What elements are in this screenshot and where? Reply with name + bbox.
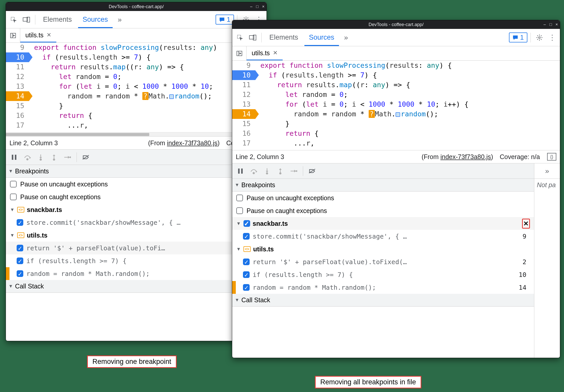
code-editor[interactable]: 91011121314?151617 export function slowP… (232, 61, 560, 150)
step-over-icon[interactable] (248, 165, 259, 177)
step-into-icon[interactable] (261, 165, 273, 177)
tab-elements[interactable]: Elements (38, 11, 77, 28)
callstack-section-header[interactable]: ▼ Call Stack (6, 280, 267, 293)
titlebar[interactable]: DevTools - coffee-cart.app/ – □ × (6, 2, 267, 11)
divider (530, 33, 531, 42)
bp-file-snackbar[interactable]: ▼ ✓ snackbar.ts ✕ (232, 217, 534, 230)
bp-item-utils-2[interactable]: ✓ if (results.length >= 7) { 10 (232, 268, 534, 281)
file-tab-utils[interactable]: utils.ts ✕ (20, 28, 56, 42)
close-tab-icon[interactable]: ✕ (47, 32, 51, 38)
pause-caught-row[interactable]: Pause on caught exceptions (232, 204, 534, 217)
pause-uncaught-checkbox[interactable] (10, 181, 17, 187)
more-tabs-icon[interactable]: » (534, 163, 560, 179)
minimize-icon[interactable]: – (544, 22, 546, 27)
code-editor[interactable]: 91011121314?151617 export function slowP… (6, 43, 267, 132)
bp-file-label: snackbar.ts (27, 206, 62, 214)
bp-item-utils-3[interactable]: ✓ random = random * Math.random(); 14 (6, 267, 267, 280)
breakpoints-section-header[interactable]: ▼ Breakpoints (6, 165, 267, 178)
titlebar[interactable]: DevTools - coffee-cart.app/ – □ × (232, 20, 560, 29)
pause-icon[interactable] (8, 152, 20, 163)
code-lines[interactable]: export function slowProcessing(results: … (255, 61, 469, 150)
sourcemap-info[interactable]: (From index-73f73a80.js) (422, 153, 493, 161)
minimize-icon[interactable]: – (250, 4, 252, 9)
tab-elements[interactable]: Elements (265, 29, 303, 46)
close-icon[interactable]: × (556, 22, 558, 27)
more-menu-icon[interactable]: ⋮ (547, 32, 558, 43)
window-controls: – □ × (250, 4, 264, 9)
device-toggle-icon[interactable] (247, 32, 258, 43)
bp-line: 10 (519, 271, 530, 278)
debug-toolbar (6, 150, 267, 165)
callstack-section-header[interactable]: ▼ Call Stack (232, 294, 534, 307)
inspect-icon[interactable] (234, 32, 246, 43)
device-toggle-icon[interactable] (21, 14, 32, 25)
bp-checkbox[interactable]: ✓ (243, 259, 250, 265)
bp-item-utils-1[interactable]: ✓ return '$' + parseFloat(value).toFi… ✕… (6, 242, 267, 254)
pause-uncaught-row[interactable]: Pause on uncaught exceptions (6, 178, 267, 191)
pause-uncaught-row[interactable]: Pause on uncaught exceptions (232, 192, 534, 204)
step-out-icon[interactable] (275, 165, 286, 177)
pause-uncaught-checkbox[interactable] (236, 195, 243, 201)
more-tabs-icon[interactable]: » (114, 14, 125, 25)
pause-icon[interactable] (235, 165, 246, 177)
maximize-icon[interactable]: □ (256, 4, 259, 9)
tab-sources[interactable]: Sources (304, 29, 339, 46)
step-icon[interactable] (288, 165, 299, 177)
line-gutter[interactable]: 91011121314?151617 (232, 61, 255, 150)
show-navigator-icon[interactable] (6, 28, 20, 43)
step-over-icon[interactable] (22, 152, 33, 163)
settings-icon[interactable] (534, 32, 545, 43)
deactivate-breakpoints-icon[interactable] (80, 152, 92, 163)
inspect-icon[interactable] (8, 14, 19, 25)
pause-caught-checkbox[interactable] (10, 194, 17, 200)
sourcemap-info[interactable]: (From index-73f73a80.js) (148, 139, 220, 147)
file-tab-utils[interactable]: utils.ts ✕ (247, 46, 283, 60)
close-icon[interactable]: × (262, 4, 264, 9)
bp-line: 2 (523, 258, 530, 266)
issues-badge[interactable]: 1 (216, 15, 234, 25)
step-out-icon[interactable] (48, 152, 60, 163)
pretty-print-icon[interactable]: {} (547, 153, 556, 161)
code-lines[interactable]: export function slowProcessing(results: … (29, 43, 217, 132)
bp-item-utils-1[interactable]: ✓ return '$' + parseFloat(value).toFixed… (232, 255, 534, 268)
breakpoints-section-header[interactable]: ▼ Breakpoints (232, 179, 534, 192)
pause-caught-checkbox[interactable] (236, 207, 243, 214)
ts-file-icon: <> (17, 232, 24, 238)
bp-file-utils[interactable]: ▼ <> utils.ts (6, 229, 267, 242)
remove-file-breakpoints-icon[interactable]: ✕ (522, 219, 530, 229)
pause-caught-row[interactable]: Pause on caught exceptions (6, 191, 267, 203)
bp-checkbox[interactable]: ✓ (17, 270, 23, 277)
bp-file-checkbox[interactable]: ✓ (243, 220, 250, 227)
bp-file-utils[interactable]: ▼ <> utils.ts (232, 243, 534, 255)
debug-toolbar (232, 163, 534, 179)
bp-item-utils-3[interactable]: ✓ random = random * Math.random(); 14 (232, 281, 534, 294)
chevron-down-icon: ▼ (10, 207, 15, 212)
bp-checkbox[interactable]: ✓ (243, 271, 250, 278)
issues-count: 1 (227, 16, 230, 24)
tab-sources[interactable]: Sources (78, 11, 113, 28)
bp-item-snackbar-1[interactable]: ✓ store.commit('snackbar/showMessage', {… (6, 216, 267, 229)
window-title: DevTools - coffee-cart.app/ (109, 4, 164, 9)
bp-file-snackbar[interactable]: ▼ <> snackbar.ts (6, 203, 267, 216)
bp-checkbox[interactable]: ✓ (17, 219, 23, 226)
caption-right: Removing all breakpoints in file (315, 376, 421, 388)
bp-item-utils-2[interactable]: ✓ if (results.length >= 7) { 10 (6, 254, 267, 267)
line-gutter[interactable]: 91011121314?151617 (6, 43, 29, 132)
bp-checkbox[interactable]: ✓ (17, 245, 23, 251)
maximize-icon[interactable]: □ (549, 22, 552, 27)
devtools-window-left: DevTools - coffee-cart.app/ – □ × Elemen… (6, 2, 267, 341)
close-tab-icon[interactable]: ✕ (273, 50, 278, 56)
show-navigator-icon[interactable] (232, 46, 247, 61)
more-tabs-icon[interactable]: » (340, 32, 352, 43)
step-icon[interactable] (62, 152, 73, 163)
bp-file-label: utils.ts (253, 245, 274, 253)
horizontal-scrollbar[interactable] (6, 132, 267, 136)
deactivate-breakpoints-icon[interactable] (307, 165, 318, 177)
bp-checkbox[interactable]: ✓ (17, 257, 23, 264)
bp-item-snackbar-1[interactable]: ✓ store.commit('snackbar/showMessage', {… (232, 230, 534, 243)
svg-marker-27 (240, 53, 241, 54)
bp-checkbox[interactable]: ✓ (243, 233, 250, 240)
step-into-icon[interactable] (35, 152, 46, 163)
issues-badge[interactable]: 1 (509, 32, 527, 42)
bp-checkbox[interactable]: ✓ (243, 284, 250, 291)
